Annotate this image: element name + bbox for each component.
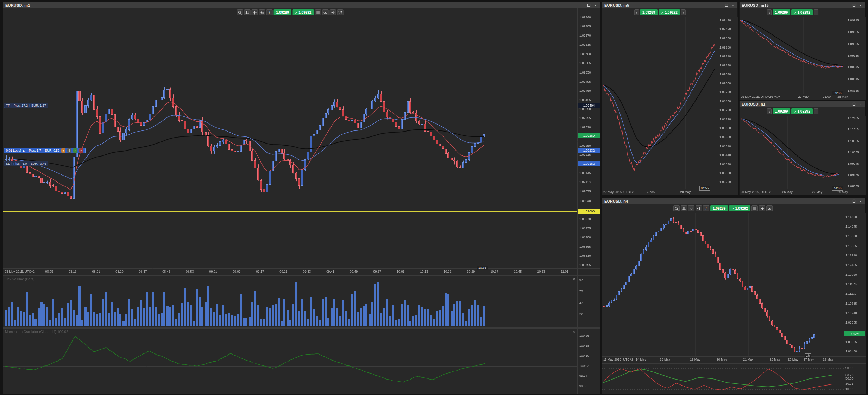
sell-price-button[interactable]: 1.09289 [710, 205, 728, 211]
chart-area-m5[interactable]: ‹1.09289↗1.09292› 04:55 [602, 8, 738, 195]
speaker-icon[interactable] [329, 9, 336, 15]
chart-titlebar-m15[interactable]: EURUSD, m15 × [740, 2, 865, 8]
list-icon[interactable] [751, 205, 758, 211]
buy-price-button[interactable]: ↗1.09292 [729, 205, 750, 211]
buy-price-button[interactable]: ↗1.09292 [791, 108, 813, 114]
window-buttons: × [851, 3, 863, 8]
chart-title-m15: EURUSD, m15 [742, 3, 769, 7]
restore-icon[interactable] [851, 3, 856, 8]
panel-splitter[interactable] [602, 363, 866, 364]
close-icon[interactable]: × [858, 102, 863, 107]
stochastic-canvas[interactable] [602, 364, 866, 394]
tick-up-arrow-icon: ↗ [794, 11, 797, 14]
buy-price-button[interactable]: ↗1.09292 [791, 9, 813, 15]
chart-title-m1: EURUSD, m1 [5, 3, 30, 7]
zoom-icon[interactable] [673, 205, 680, 211]
close-icon[interactable]: × [731, 3, 735, 8]
chart-toolbar-m15: ‹1.09289↗1.09292› [767, 9, 818, 15]
close-icon[interactable]: × [858, 3, 863, 8]
chart-title-h4: EURUSD, h4 [604, 199, 628, 203]
window-buttons: × [586, 3, 598, 8]
candles-icon[interactable] [696, 205, 702, 211]
link-icon[interactable] [766, 205, 773, 211]
chart-titlebar-h4[interactable]: EURUSD, h4 × [602, 198, 865, 204]
m15-chart-canvas[interactable] [740, 17, 866, 100]
chart-area-m15[interactable]: ‹1.09289↗1.09292› 09:55 [740, 8, 866, 100]
chart-area-m1[interactable]: ƒ1.09289↗1.09292 1.094041.092891.092321.… [3, 8, 600, 275]
window-buttons: × [851, 199, 863, 204]
chart-titlebar-h1[interactable]: EURUSD, h1 × [740, 101, 865, 107]
chart-panel-h4: EURUSD, h4 × ƒ1.09289↗1.09292 1.092891h [602, 198, 865, 394]
chart-titlebar-m5[interactable]: EURUSD, m5 × [602, 2, 737, 8]
trading-workspace: EURUSD, m1 × ƒ1.09289↗1.09292 1.094041.0… [0, 0, 868, 395]
panel-splitter[interactable] [3, 327, 600, 329]
oscillator-indicator-title: Momentum Oscillator (Close, 14) 100.02 [5, 330, 68, 334]
chart-panel-m1: EURUSD, m1 × ƒ1.09289↗1.09292 1.094041.0… [3, 2, 600, 394]
chart-mode-icon[interactable] [688, 205, 694, 211]
chart-title-h1: EURUSD, h1 [742, 102, 765, 106]
chart-panel-m5: EURUSD, m5 × ‹1.09289↗1.09292› 04:55 [602, 2, 738, 195]
chart-area-h4[interactable]: ƒ1.09289↗1.09292 1.092891h [602, 204, 866, 394]
volume-indicator-title: Tick Volume (Bars) [5, 277, 34, 281]
window-buttons: × [724, 3, 735, 8]
buy-price-button[interactable]: ↗1.09292 [659, 9, 680, 15]
sell-price-button[interactable]: 1.09289 [640, 9, 658, 15]
indicator-icon[interactable]: ƒ [266, 9, 273, 15]
chart-panel-m15: EURUSD, m15 × ‹1.09289↗1.09292› 09:55 [739, 2, 865, 100]
grid-icon[interactable] [244, 9, 251, 15]
restore-icon[interactable] [724, 3, 729, 8]
scroll-right-icon[interactable]: › [681, 9, 686, 15]
panel-splitter[interactable] [3, 275, 600, 276]
tick-up-arrow-icon: ↗ [295, 11, 298, 14]
chart-panel-h1: EURUSD, h1 × ‹1.09289↗1.09292› 44:55 [739, 101, 865, 195]
volume-indicator-panel[interactable]: Tick Volume (Bars) × [3, 276, 600, 327]
chart-title-m5: EURUSD, m5 [604, 3, 629, 7]
zoom-icon[interactable] [237, 9, 243, 15]
alarm-icon[interactable] [337, 9, 343, 15]
list-icon[interactable] [315, 9, 321, 15]
scroll-left-icon[interactable]: ‹ [767, 108, 772, 114]
sell-price-button[interactable]: 1.09289 [773, 108, 790, 114]
tick-up-arrow-icon: ↗ [794, 110, 797, 113]
candles-icon[interactable] [259, 9, 265, 15]
scroll-left-icon[interactable]: ‹ [767, 9, 772, 15]
chart-titlebar-m1[interactable]: EURUSD, m1 × [3, 2, 600, 8]
m1-price-chart-canvas[interactable] [3, 8, 600, 275]
crosshair-icon[interactable] [252, 9, 258, 15]
window-buttons: × [851, 102, 863, 107]
tick-up-arrow-icon: ↗ [731, 207, 734, 210]
restore-icon[interactable] [586, 3, 591, 8]
grid-icon[interactable] [681, 205, 687, 211]
chart-toolbar-h1: ‹1.09289↗1.09292› [767, 108, 818, 114]
oscillator-indicator-panel[interactable]: Momentum Oscillator (Close, 14) 100.02 × [3, 329, 600, 394]
close-icon[interactable]: × [593, 3, 598, 8]
scroll-right-icon[interactable]: › [814, 108, 818, 114]
restore-icon[interactable] [851, 102, 856, 107]
h4-chart-canvas[interactable] [602, 213, 866, 363]
buy-price-button[interactable]: ↗1.09292 [293, 9, 314, 15]
indicator-icon[interactable]: ƒ [703, 205, 709, 211]
sell-price-button[interactable]: 1.09289 [773, 9, 790, 15]
link-icon[interactable] [322, 9, 328, 15]
close-icon[interactable]: × [573, 277, 575, 281]
close-icon[interactable]: × [573, 330, 575, 334]
speaker-icon[interactable] [759, 205, 765, 211]
close-icon[interactable]: × [858, 199, 863, 204]
tick-up-arrow-icon: ↗ [661, 11, 664, 14]
chart-toolbar-m5: ‹1.09289↗1.09292› [634, 9, 686, 15]
h1-chart-canvas[interactable] [740, 116, 866, 195]
m5-chart-canvas[interactable] [602, 17, 738, 195]
scroll-right-icon[interactable]: › [814, 9, 818, 15]
chart-area-h1[interactable]: ‹1.09289↗1.09292› 44:55 [740, 107, 866, 195]
chart-toolbar-m1: ƒ1.09289↗1.09292 [237, 9, 344, 15]
volume-canvas[interactable] [3, 276, 600, 327]
chart-toolbar-h4: ƒ1.09289↗1.09292 [673, 205, 773, 211]
sell-price-button[interactable]: 1.09289 [274, 9, 291, 15]
restore-icon[interactable] [851, 199, 856, 204]
oscillator-canvas[interactable] [3, 329, 600, 394]
scroll-left-icon[interactable]: ‹ [634, 9, 639, 15]
